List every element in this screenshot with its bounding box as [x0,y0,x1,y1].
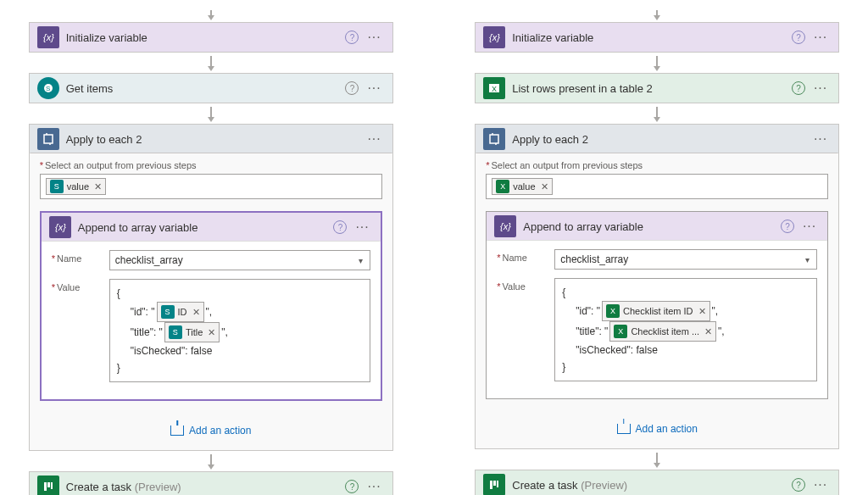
planner-icon [483,474,505,495]
connector-arrow [656,10,658,19]
connector-arrow [656,56,658,70]
svg-rect-3 [44,135,53,143]
variable-icon: {x} [494,215,516,237]
add-action-label: Add an action [636,423,698,435]
sharepoint-icon: S [50,180,64,193]
help-icon[interactable]: ? [792,478,805,492]
more-menu[interactable]: ··· [810,477,831,492]
svg-text:X: X [492,85,497,93]
token-title[interactable]: STitle✕ [164,322,220,342]
more-menu[interactable]: ··· [364,131,384,147]
loop-header[interactable]: Apply to each 2 ··· [30,125,392,153]
more-menu[interactable]: ··· [364,81,384,96]
more-menu[interactable]: ··· [810,81,831,96]
prev-steps-label: Select an output from previous steps [486,160,828,170]
loop-icon [483,128,505,150]
name-label: Name [52,250,101,267]
prev-steps-input[interactable]: S value ✕ [40,174,382,199]
add-icon [617,424,631,434]
prev-steps-input[interactable]: X value ✕ [486,174,828,199]
more-menu[interactable]: ··· [352,220,372,235]
value-input[interactable]: { "id": " XChecklist item ID✕ ", "title"… [554,278,817,381]
help-icon[interactable]: ? [792,81,805,95]
name-label: Name [497,249,546,266]
token-id[interactable]: SID✕ [157,302,204,322]
token-value[interactable]: S value ✕ [46,178,106,195]
sharepoint-icon: S [37,77,59,99]
remove-token[interactable]: ✕ [192,303,200,320]
action-title: List rows present in a table 2 [512,82,785,95]
action-title: Initialize variable [66,31,339,44]
remove-token[interactable]: ✕ [541,181,548,192]
more-menu[interactable]: ··· [810,30,831,45]
more-menu[interactable]: ··· [364,479,384,494]
token-value[interactable]: X value ✕ [492,178,552,195]
add-action-button[interactable]: Add an action [486,423,828,435]
svg-rect-14 [490,135,498,143]
action-append-to-array: {x} Append to array variable ? ··· Name [486,211,828,399]
value-label: Value [497,278,546,378]
svg-text:{x}: {x} [55,222,66,232]
token-label: value [513,181,535,192]
name-value: checklist_array [115,254,183,266]
action-title: Append to array variable [523,220,774,233]
action-initialize-variable[interactable]: {x} Initialize variable ? ··· [29,22,393,53]
connector-arrow [656,107,658,120]
value-input[interactable]: { "id": " SID✕ ", "title": " STitle✕ ", … [109,279,370,382]
planner-icon [37,476,59,495]
name-select[interactable]: checklist_array [109,250,370,270]
action-title: Create a task (Preview) [512,479,785,492]
action-initialize-variable[interactable]: {x} Initialize variable ? ··· [475,22,839,53]
action-get-items[interactable]: S Get items ? ··· [29,73,393,103]
action-create-task[interactable]: Create a task (Preview) ? ··· [475,470,839,495]
help-icon[interactable]: ? [333,220,347,234]
svg-rect-18 [497,481,498,487]
add-icon [170,425,184,436]
token-checklist-id[interactable]: XChecklist item ID✕ [602,301,710,321]
more-menu[interactable]: ··· [364,30,384,45]
svg-rect-17 [493,481,496,486]
value-label: Value [52,279,101,379]
flow-left: {x} Initialize variable ? ··· S Get item… [7,7,415,495]
add-action-button[interactable]: Add an action [40,425,382,437]
svg-rect-16 [490,481,492,489]
action-apply-to-each: Apply to each 2 ··· Select an output fro… [475,124,839,449]
svg-text:{x}: {x} [500,221,511,231]
more-menu[interactable]: ··· [810,131,831,147]
remove-token[interactable]: ✕ [208,324,215,341]
action-create-task[interactable]: Create a task (Preview) ? ··· [29,471,393,495]
action-title: Initialize variable [512,31,785,44]
action-title: Get items [66,82,339,95]
prev-steps-label: Select an output from previous steps [40,160,382,170]
sharepoint-icon: S [169,325,182,339]
help-icon[interactable]: ? [345,31,359,44]
name-value: checklist_array [560,253,628,265]
action-list-rows[interactable]: X List rows present in a table 2 ? ··· [475,73,839,103]
svg-text:{x}: {x} [489,32,500,42]
action-title: Create a task (Preview) [66,481,339,493]
loop-header[interactable]: Apply to each 2 ··· [476,125,838,153]
help-icon[interactable]: ? [345,81,359,95]
svg-rect-5 [44,482,47,491]
action-title: Append to array variable [78,221,327,234]
remove-token[interactable]: ✕ [698,303,706,320]
help-icon[interactable]: ? [345,480,359,493]
excel-icon: X [496,180,509,193]
svg-rect-6 [47,482,50,487]
token-label: value [67,181,89,192]
variable-icon: {x} [37,26,59,48]
action-append-to-array: {x} Append to array variable ? ··· Name [40,211,382,401]
remove-token[interactable]: ✕ [94,181,102,192]
remove-token[interactable]: ✕ [704,323,712,340]
more-menu[interactable]: ··· [799,219,820,234]
name-select[interactable]: checklist_array [554,249,817,270]
token-checklist-title[interactable]: XChecklist item ...✕ [609,321,716,342]
connector-arrow [210,454,212,468]
sharepoint-icon: S [161,305,175,319]
connector-arrow [656,453,658,466]
help-icon[interactable]: ? [792,31,805,44]
append-header[interactable]: {x} Append to array variable ? ··· [42,213,381,242]
help-icon[interactable]: ? [781,220,794,233]
action-title: Apply to each 2 [512,133,804,146]
append-header[interactable]: {x} Append to array variable ? ··· [487,212,827,241]
